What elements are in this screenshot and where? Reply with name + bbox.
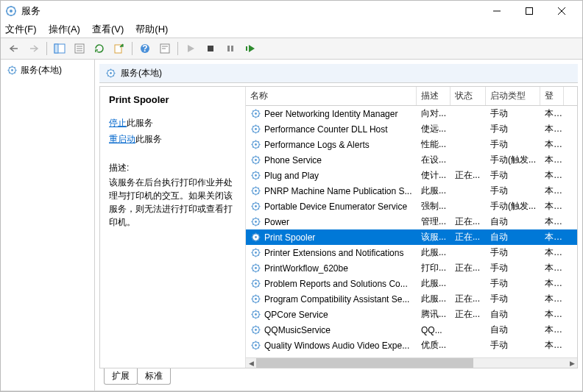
gear-icon: [250, 108, 261, 119]
cell-desc: 此服...: [417, 185, 451, 197]
refresh-button[interactable]: [91, 40, 108, 57]
scroll-left-arrow[interactable]: ◀: [246, 358, 256, 368]
cell-startup: 自动: [486, 215, 540, 228]
svg-point-23: [255, 143, 257, 146]
stop-link[interactable]: 停止: [109, 118, 127, 128]
properties-button[interactable]: [71, 40, 88, 57]
svg-point-45: [255, 313, 257, 316]
scroll-track[interactable]: [256, 358, 567, 368]
col-status[interactable]: 状态: [451, 87, 486, 105]
maximize-button[interactable]: [513, 2, 545, 20]
cell-logon: 本...: [540, 277, 564, 290]
stop-line: 停止此服务: [109, 115, 236, 132]
cell-desc: 性能...: [417, 138, 451, 151]
cell-name: Plug and Play: [246, 170, 417, 181]
cell-desc: 向对...: [417, 107, 451, 120]
svg-rect-10: [208, 46, 213, 51]
service-row[interactable]: Print Spooler该服...正在...自动本...: [246, 229, 577, 245]
service-row[interactable]: Quality Windows Audio Video Expe...优质...…: [246, 338, 577, 353]
show-hide-tree-button[interactable]: [51, 40, 68, 57]
restart-service-button[interactable]: [241, 40, 259, 57]
tab-extended[interactable]: 扩展: [104, 368, 138, 385]
gear-icon: [250, 324, 261, 335]
close-button[interactable]: [545, 2, 578, 20]
service-row[interactable]: Phone Service在设...手动(触发...本...: [246, 152, 577, 168]
titlebar: 服务: [1, 1, 582, 21]
menu-action[interactable]: 操作(A): [49, 23, 80, 36]
service-row[interactable]: Peer Networking Identity Manager向对...手动本…: [246, 106, 577, 121]
cell-logon: 本...: [540, 123, 564, 135]
properties-sheet-button[interactable]: [156, 40, 174, 57]
service-row[interactable]: Performance Logs & Alerts性能...手动本...: [246, 137, 577, 152]
service-row[interactable]: Program Compatibility Assistant Se...此服.…: [246, 291, 577, 307]
scroll-thumb[interactable]: [256, 358, 473, 368]
cell-startup: 手动: [486, 138, 540, 151]
cell-desc: 在设...: [417, 154, 451, 166]
col-logon[interactable]: 登: [540, 87, 564, 105]
gear-icon: [250, 139, 261, 150]
service-row[interactable]: QQMusicServiceQQ...自动本...: [246, 322, 577, 338]
stop-suffix: 此服务: [127, 118, 153, 128]
cell-desc: QQ...: [417, 325, 451, 335]
service-row[interactable]: PrintWorkflow_620be打印...正在...手动本...: [246, 260, 577, 276]
service-row[interactable]: Printer Extensions and Notifications此服..…: [246, 245, 577, 260]
gear-icon: [250, 170, 261, 181]
cell-desc: 该服...: [417, 231, 451, 243]
cell-name: Performance Counter DLL Host: [246, 124, 417, 135]
cell-startup: 手动: [486, 185, 540, 197]
cell-desc: 此服...: [417, 293, 451, 305]
cell-desc: 管理...: [417, 215, 451, 228]
service-row[interactable]: PNRP Machine Name Publication S...此服...手…: [246, 183, 577, 199]
detail-list-pane: 服务(本地) Print Spooler 停止此服务 重启动此服务 描述: 该服…: [95, 60, 582, 391]
description-text: 该服务在后台执行打印作业并处理与打印机的交互。如果关闭该服务，则无法进行打印或查…: [109, 176, 236, 229]
menu-file[interactable]: 文件(F): [5, 23, 37, 36]
cell-status: 正在...: [451, 169, 486, 182]
pause-service-button[interactable]: [222, 40, 239, 57]
cell-startup: 手动(触发...: [486, 200, 540, 213]
cell-name: Printer Extensions and Notifications: [246, 247, 417, 258]
menu-view[interactable]: 查看(V): [92, 23, 124, 36]
svg-point-29: [255, 190, 257, 192]
scroll-right-arrow[interactable]: ▶: [567, 358, 577, 368]
cell-desc: 强制...: [417, 200, 451, 213]
stop-service-button[interactable]: [202, 40, 219, 57]
cell-status: 正在...: [451, 308, 486, 321]
cell-name: Program Compatibility Assistant Se...: [246, 293, 417, 304]
start-service-button[interactable]: [182, 40, 199, 57]
export-button[interactable]: [110, 40, 128, 57]
cell-logon: 本...: [540, 138, 564, 151]
svg-point-35: [255, 236, 257, 238]
cell-name: PrintWorkflow_620be: [246, 263, 417, 274]
cell-startup: 手动: [486, 262, 540, 274]
service-row[interactable]: Performance Counter DLL Host使远...手动本...: [246, 121, 577, 137]
restart-suffix: 此服务: [135, 134, 162, 144]
horizontal-scrollbar[interactable]: ◀ ▶: [246, 357, 577, 368]
tab-standard[interactable]: 标准: [137, 368, 171, 385]
col-startup[interactable]: 启动类型: [486, 87, 540, 105]
service-row[interactable]: Plug and Play使计...正在...手动本...: [246, 168, 577, 183]
service-row[interactable]: Problem Reports and Solutions Co...此服...…: [246, 276, 577, 291]
tree-root-item[interactable]: 服务(本地): [5, 63, 90, 78]
forward-button[interactable]: [25, 40, 43, 57]
cell-startup: 手动: [486, 277, 540, 290]
service-row[interactable]: Power管理...正在...自动本...: [246, 214, 577, 229]
col-name[interactable]: 名称: [246, 87, 417, 105]
help-button[interactable]: ?: [136, 40, 154, 57]
view-tabs: 扩展 标准: [99, 368, 578, 386]
gear-icon: [250, 247, 261, 258]
col-desc[interactable]: 描述: [417, 87, 451, 105]
minimize-button[interactable]: [481, 2, 513, 20]
menu-help[interactable]: 帮助(H): [135, 23, 168, 36]
cell-logon: 本...: [540, 308, 564, 321]
cell-logon: 本...: [540, 324, 564, 336]
cell-name: Problem Reports and Solutions Co...: [246, 278, 417, 289]
list-body[interactable]: Peer Networking Identity Manager向对...手动本…: [246, 106, 577, 357]
back-button[interactable]: [5, 40, 23, 57]
cell-name: PNRP Machine Name Publication S...: [246, 185, 417, 196]
separator: [177, 42, 178, 55]
service-row[interactable]: QPCore Service腾讯...正在...自动本...: [246, 307, 577, 322]
service-row[interactable]: Portable Device Enumerator Service强制...手…: [246, 199, 577, 214]
cell-name: Portable Device Enumerator Service: [246, 201, 417, 212]
restart-link[interactable]: 重启动: [109, 134, 135, 144]
cell-desc: 腾讯...: [417, 308, 451, 321]
